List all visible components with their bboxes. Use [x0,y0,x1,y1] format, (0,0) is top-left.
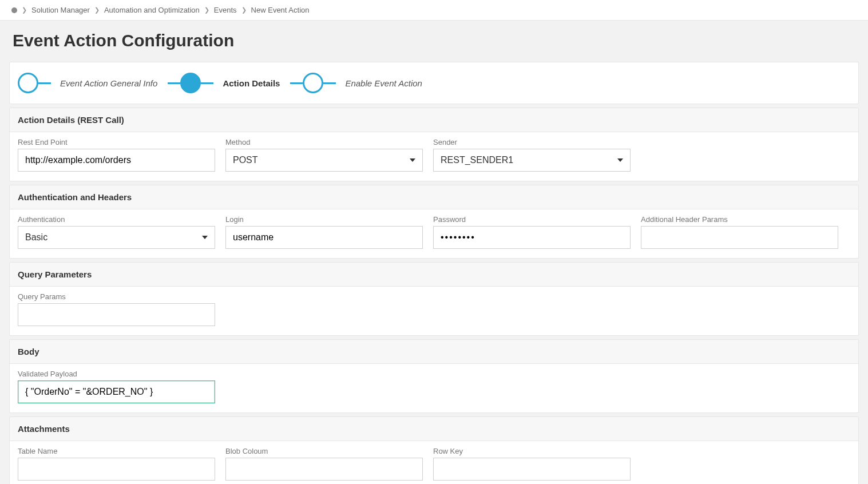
field-method: Method POST [225,138,423,172]
sender-select[interactable]: REST_SENDER1 [433,149,631,172]
field-rest-endpoint: Rest End Point [18,138,215,172]
authentication-value: Basic [25,232,47,243]
field-label: Method [225,138,423,146]
wizard-step-circle-icon [18,73,38,93]
rest-endpoint-input[interactable] [18,149,215,172]
section-title: Action Details (REST Call) [10,108,858,132]
wizard-connector-icon [323,82,336,84]
table-name-input[interactable] [18,458,215,481]
field-label: Validated Payload [18,370,215,378]
wizard-connector-icon [290,82,303,84]
section-query-parameters: Query Parameters Query Params [9,262,859,336]
login-input[interactable] [225,226,423,249]
breadcrumb: ❯ Solution Manager ❯ Automation and Opti… [0,0,868,21]
chevron-right-icon: ❯ [204,6,209,14]
field-query-params: Query Params [18,292,215,326]
wizard-step-action-details[interactable]: Action Details [168,73,290,93]
chevron-right-icon: ❯ [241,6,247,14]
field-authentication: Authentication Basic [18,215,215,249]
breadcrumb-item[interactable]: Events [214,6,237,14]
wizard-step-enable-event-action[interactable]: Enable Event Action [290,73,433,93]
method-value: POST [233,155,258,165]
field-label: Table Name [18,447,215,455]
wizard-step-general-info[interactable]: Event Action General Info [18,73,168,93]
breadcrumb-dot-icon [11,7,17,13]
field-row-key: Row Key [433,447,631,481]
field-blob-column: Blob Coloum [225,447,423,481]
section-title: Attachments [10,417,858,441]
query-params-input[interactable] [18,303,215,326]
chevron-down-icon [617,158,623,162]
sender-value: REST_SENDER1 [441,155,513,165]
field-label: Query Params [18,292,215,301]
chevron-right-icon: ❯ [22,6,27,14]
field-label: Login [225,215,423,224]
breadcrumb-item[interactable]: Solution Manager [31,6,90,14]
validated-payload-text[interactable] [25,381,208,403]
field-additional-header-params: Additional Header Params [641,215,838,249]
additional-header-params-input[interactable] [641,226,838,249]
chevron-down-icon [202,236,208,239]
field-label: Password [433,215,631,224]
wizard-step-circle-icon [180,73,201,93]
blob-column-input[interactable] [225,458,423,481]
section-title: Authentication and Headers [10,185,858,209]
authentication-select[interactable]: Basic [18,226,215,249]
wizard-step-circle-icon [303,73,323,93]
section-body: Body Validated Payload [9,339,859,413]
validated-payload-input[interactable] [18,380,215,403]
field-label: Additional Header Params [641,215,838,224]
field-label: Sender [433,138,631,146]
section-auth-headers: Authentication and Headers Authenticatio… [9,185,859,259]
rest-endpoint-text[interactable] [25,149,208,171]
field-sender: Sender REST_SENDER1 [433,138,631,172]
table-name-text[interactable] [25,458,208,480]
wizard-step-label: Event Action General Info [60,78,157,88]
field-label: Row Key [433,447,631,455]
field-password: Password [433,215,631,249]
field-table-name: Table Name [18,447,215,481]
query-params-text[interactable] [25,304,208,326]
login-text[interactable] [233,227,415,248]
section-title: Query Parameters [10,263,858,287]
blob-column-text[interactable] [233,458,415,480]
method-select[interactable]: POST [225,149,423,172]
password-input[interactable] [433,226,631,249]
wizard-connector-icon [38,82,51,84]
section-title: Body [10,340,858,364]
wizard-stepper: Event Action General Info Action Details… [9,62,859,104]
row-key-text[interactable] [441,458,623,480]
wizard-connector-icon [168,82,180,84]
wizard-step-label: Action Details [223,78,280,88]
section-action-details: Action Details (REST Call) Rest End Poin… [9,108,859,181]
section-attachments: Attachments Table Name Blob Coloum Row K… [9,416,859,484]
page-title: Event Action Configuration [0,21,868,58]
additional-header-params-text[interactable] [648,227,831,248]
chevron-right-icon: ❯ [94,6,100,14]
breadcrumb-item[interactable]: New Event Action [251,6,310,14]
wizard-step-label: Enable Event Action [345,78,422,88]
field-label: Rest End Point [18,138,215,146]
field-label: Authentication [18,215,215,224]
breadcrumb-item[interactable]: Automation and Optimization [104,6,200,14]
field-label: Blob Coloum [225,447,423,455]
field-validated-payload: Validated Payload [18,370,215,403]
chevron-down-icon [410,158,415,162]
field-login: Login [225,215,423,249]
password-text[interactable] [441,227,623,248]
row-key-input[interactable] [433,458,631,481]
wizard-connector-icon [201,82,213,84]
